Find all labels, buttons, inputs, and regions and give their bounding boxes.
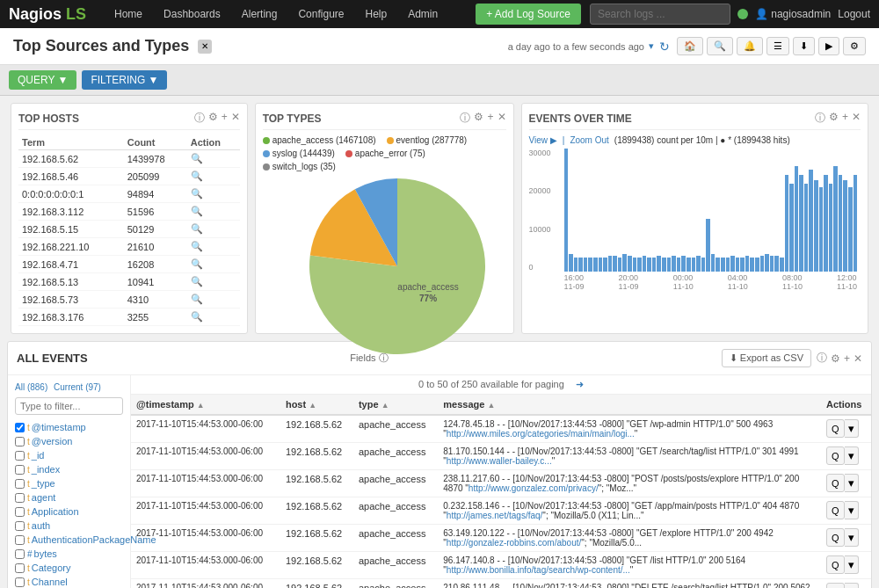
- action-button[interactable]: Q: [826, 528, 845, 547]
- bar[interactable]: [755, 258, 759, 272]
- field-checkbox[interactable]: [15, 563, 25, 573]
- action-dropdown[interactable]: ▾: [845, 474, 859, 492]
- bar[interactable]: [824, 175, 828, 272]
- bar[interactable]: [667, 258, 672, 272]
- list-header-btn[interactable]: ☰: [766, 37, 789, 55]
- bar[interactable]: [833, 166, 838, 272]
- field-name[interactable]: _index: [32, 464, 60, 475]
- filtering-button[interactable]: FILTERING ▼: [82, 70, 167, 90]
- settings-header-btn[interactable]: ⚙: [843, 37, 866, 55]
- bar[interactable]: [706, 219, 710, 272]
- field-name[interactable]: @version: [32, 436, 73, 446]
- bar[interactable]: [843, 180, 847, 272]
- host-action[interactable]: 🔍: [187, 185, 240, 203]
- bar[interactable]: [696, 256, 701, 272]
- bar[interactable]: [730, 256, 735, 272]
- close-icon-events2[interactable]: ✕: [854, 352, 862, 365]
- bar[interactable]: [593, 258, 598, 272]
- action-button[interactable]: Q: [826, 555, 845, 574]
- bar[interactable]: [721, 258, 725, 272]
- close-button[interactable]: ✕: [198, 40, 212, 54]
- host-action[interactable]: 🔍: [187, 168, 240, 185]
- field-checkbox[interactable]: [15, 535, 25, 545]
- bar[interactable]: [599, 258, 603, 272]
- field-name[interactable]: _type: [32, 478, 55, 489]
- add-log-source-button[interactable]: + Add Log Source: [476, 4, 581, 25]
- field-checkbox[interactable]: [15, 507, 25, 517]
- action-button[interactable]: Q: [826, 419, 845, 438]
- field-item[interactable]: t AuthenticationPackageName: [15, 533, 123, 547]
- bar[interactable]: [804, 184, 809, 272]
- refresh-button[interactable]: ↻: [659, 40, 670, 54]
- bar[interactable]: [622, 254, 627, 272]
- view-link[interactable]: View ▶: [529, 135, 557, 145]
- bar[interactable]: [588, 258, 592, 272]
- bar[interactable]: [789, 184, 794, 272]
- next-page-arrow[interactable]: ➜: [576, 379, 584, 389]
- search-header-btn[interactable]: 🔍: [707, 37, 733, 55]
- action-dropdown[interactable]: ▾: [845, 419, 859, 438]
- export-csv-button[interactable]: ⬇ Export as CSV: [722, 349, 811, 367]
- bar[interactable]: [780, 258, 784, 272]
- bar[interactable]: [613, 256, 617, 272]
- bar[interactable]: [839, 175, 843, 272]
- add-icon[interactable]: +: [222, 111, 228, 126]
- bar[interactable]: [740, 258, 745, 272]
- bar[interactable]: [848, 187, 853, 272]
- nav-logout[interactable]: Logout: [838, 8, 870, 20]
- field-name[interactable]: bytes: [34, 548, 57, 559]
- zoom-out-link[interactable]: Zoom Out: [570, 135, 608, 145]
- host-action[interactable]: 🔍: [187, 309, 240, 326]
- host-action[interactable]: 🔍: [187, 256, 240, 273]
- bar[interactable]: [578, 258, 583, 272]
- field-item[interactable]: t _type: [15, 476, 123, 490]
- host-action[interactable]: 🔍: [187, 150, 240, 168]
- nav-dashboards[interactable]: Dashboards: [153, 3, 231, 25]
- close-icon-events[interactable]: ✕: [852, 111, 861, 126]
- host-action[interactable]: 🔍: [187, 238, 240, 256]
- bar[interactable]: [701, 258, 706, 272]
- bar[interactable]: [795, 166, 799, 272]
- nav-alerting[interactable]: Alerting: [231, 3, 288, 25]
- host-action[interactable]: 🔍: [187, 291, 240, 309]
- time-dropdown[interactable]: ▾: [649, 40, 654, 52]
- bar[interactable]: [799, 175, 803, 272]
- forward-header-btn[interactable]: ▶: [818, 37, 839, 55]
- add-icon-events2[interactable]: +: [844, 352, 850, 365]
- bar[interactable]: [765, 254, 769, 272]
- field-item[interactable]: t Category: [15, 561, 123, 575]
- bar[interactable]: [686, 258, 691, 272]
- field-checkbox[interactable]: [15, 423, 25, 432]
- info-icon-types[interactable]: ⓘ: [460, 111, 470, 126]
- bar[interactable]: [647, 258, 651, 272]
- action-button[interactable]: Q: [826, 501, 845, 519]
- col-host[interactable]: host ▲: [280, 395, 353, 415]
- field-checkbox[interactable]: [15, 437, 25, 446]
- message-link[interactable]: http://gonzalez-robbins.com/about/: [447, 538, 581, 548]
- search-input[interactable]: [590, 4, 730, 25]
- nav-home[interactable]: Home: [104, 3, 153, 25]
- bar[interactable]: [711, 254, 716, 272]
- bar[interactable]: [652, 258, 657, 272]
- field-item[interactable]: t Channel: [15, 575, 123, 588]
- host-action[interactable]: 🔍: [187, 273, 240, 291]
- bar[interactable]: [672, 256, 676, 272]
- info-icon-events[interactable]: ⓘ: [815, 111, 825, 126]
- field-item[interactable]: t _id: [15, 448, 123, 462]
- current-fields-link[interactable]: Current (97): [54, 382, 101, 392]
- field-checkbox[interactable]: [15, 479, 25, 489]
- bar[interactable]: [657, 256, 661, 272]
- message-link[interactable]: http://www.miles.org/categories/main/mai…: [447, 429, 635, 439]
- bar[interactable]: [692, 258, 696, 272]
- query-button[interactable]: QUERY ▼: [9, 70, 76, 90]
- gear-icon-types[interactable]: ⚙: [474, 111, 483, 126]
- bar[interactable]: [819, 187, 824, 272]
- gear-icon-events2[interactable]: ⚙: [831, 352, 840, 365]
- field-item[interactable]: t _index: [15, 462, 123, 476]
- bar[interactable]: [608, 256, 613, 272]
- field-item[interactable]: t agent: [15, 490, 123, 505]
- bar[interactable]: [643, 256, 647, 272]
- bar[interactable]: [564, 149, 569, 272]
- bar[interactable]: [760, 256, 765, 272]
- gear-icon[interactable]: ⚙: [208, 111, 218, 126]
